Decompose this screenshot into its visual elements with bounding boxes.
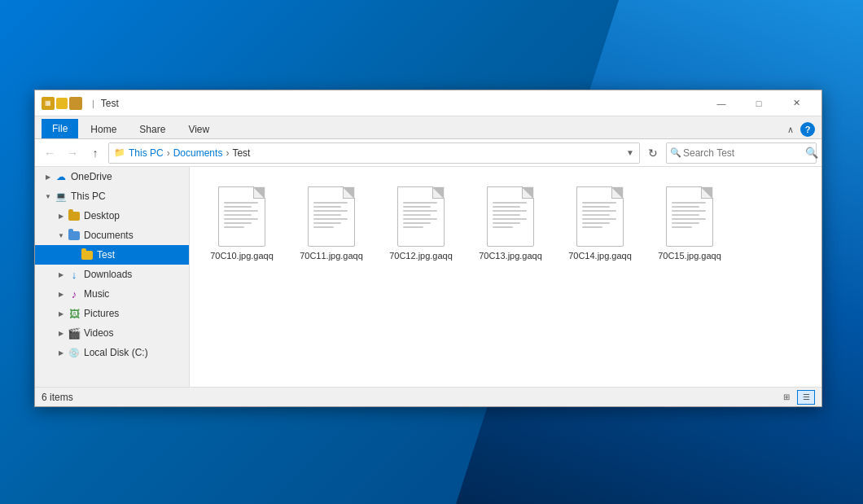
minimize-button[interactable]: — xyxy=(703,90,740,116)
window-title: Test xyxy=(101,98,703,109)
search-input[interactable] xyxy=(683,147,805,159)
search-submit-icon[interactable]: 🔍 xyxy=(805,147,818,159)
sidebar-label-music: Music xyxy=(84,288,109,300)
doc-lines-5 xyxy=(672,202,706,230)
title-bar-icons: ▦ xyxy=(42,97,82,110)
sidebar-label-localdisk: Local Disk (C:) xyxy=(84,347,148,358)
file-name-4: 70C14.jpg.gaqq xyxy=(568,250,632,261)
sidebar-label-test: Test xyxy=(97,249,115,261)
sidebar-item-thispc[interactable]: ▼ 💻 This PC xyxy=(35,186,189,206)
toggle-test xyxy=(68,248,81,261)
refresh-button[interactable]: ↻ xyxy=(643,143,663,163)
ribbon-collapse-button[interactable]: ∧ xyxy=(784,123,797,137)
breadcrumb-documents[interactable]: Documents xyxy=(173,147,223,159)
back-button[interactable]: ← xyxy=(40,143,59,163)
doc-lines-4 xyxy=(582,202,616,230)
breadcrumb-dropdown-icon[interactable]: ▼ xyxy=(626,148,634,157)
search-box: 🔍 🔍 xyxy=(666,142,817,164)
toggle-onedrive[interactable]: ▶ xyxy=(42,170,55,183)
file-item-4[interactable]: 70C14.jpg.gaqq xyxy=(559,178,641,266)
sidebar-item-downloads[interactable]: ▶ ↓ Downloads xyxy=(35,265,189,284)
toggle-documents[interactable]: ▼ xyxy=(55,229,68,242)
file-name-2: 70C12.jpg.gaqq xyxy=(389,250,453,261)
desktop-folder-icon xyxy=(68,209,81,222)
toggle-pictures[interactable]: ▶ xyxy=(55,307,68,320)
file-doc-icon-2 xyxy=(397,186,445,247)
sidebar-item-videos[interactable]: ▶ 🎬 Videos xyxy=(35,323,189,343)
test-folder-icon xyxy=(81,248,94,261)
pc-icon: 💻 xyxy=(55,190,68,203)
maximize-button[interactable]: □ xyxy=(740,90,778,116)
doc-lines-1 xyxy=(313,202,348,230)
title-bar: ▦ | Test — □ ✕ xyxy=(35,90,821,116)
separator: | xyxy=(92,99,94,108)
sidebar-label-pictures: Pictures xyxy=(84,308,119,319)
file-item-2[interactable]: 70C12.jpg.gaqq xyxy=(380,178,462,266)
help-button[interactable]: ? xyxy=(800,122,815,137)
view-toggle: ⊞ ☰ xyxy=(778,390,815,405)
toggle-downloads[interactable]: ▶ xyxy=(55,268,68,281)
sidebar-item-test[interactable]: Test xyxy=(35,245,189,265)
doc-lines-0 xyxy=(224,202,258,230)
forward-button[interactable]: → xyxy=(63,143,82,163)
toggle-desktop[interactable]: ▶ xyxy=(55,209,68,222)
window-controls: — □ ✕ xyxy=(703,90,815,116)
breadcrumb-bar[interactable]: 📁 This PC › Documents › Test ▼ xyxy=(108,142,640,164)
file-name-0: 70C10.jpg.gaqq xyxy=(210,250,274,261)
ribbon-right: ∧ ? xyxy=(784,122,815,138)
sidebar: ▶ ☁ OneDrive ▼ 💻 This PC ▶ Desktop ▼ xyxy=(35,167,190,387)
file-doc-icon-1 xyxy=(308,186,355,247)
sidebar-label-onedrive: OneDrive xyxy=(71,171,112,182)
file-doc-icon-4 xyxy=(576,186,624,247)
breadcrumb-sep1: › xyxy=(167,147,170,159)
grid-view-button[interactable]: ⊞ xyxy=(778,390,795,405)
list-view-button[interactable]: ☰ xyxy=(797,390,815,405)
sidebar-item-pictures[interactable]: ▶ 🖼 Pictures xyxy=(35,304,189,323)
item-count: 6 items xyxy=(42,392,73,403)
sidebar-item-localdisk[interactable]: ▶ 💿 Local Disk (C:) xyxy=(35,343,189,362)
file-item-1[interactable]: 70C11.jpg.gaqq xyxy=(291,178,372,266)
tab-home[interactable]: Home xyxy=(80,120,127,138)
sidebar-label-desktop: Desktop xyxy=(84,210,120,221)
file-name-3: 70C13.jpg.gaqq xyxy=(479,250,542,261)
pictures-icon: 🖼 xyxy=(68,307,81,320)
search-prefix-icon: 🔍 xyxy=(670,147,681,158)
sidebar-item-music[interactable]: ▶ ♪ Music xyxy=(35,284,189,304)
ribbon-tabs: File Home Share View ∧ ? xyxy=(35,116,821,139)
toggle-music[interactable]: ▶ xyxy=(55,287,68,300)
up-button[interactable]: ↑ xyxy=(85,143,105,163)
file-name-5: 70C15.jpg.gaqq xyxy=(658,250,721,261)
sidebar-label-documents: Documents xyxy=(84,230,134,241)
toggle-videos[interactable]: ▶ xyxy=(55,327,68,340)
toggle-thispc[interactable]: ▼ xyxy=(42,190,55,203)
sidebar-item-onedrive[interactable]: ▶ ☁ OneDrive xyxy=(35,167,189,186)
music-icon: ♪ xyxy=(68,287,81,300)
file-item-5[interactable]: 70C15.jpg.gaqq xyxy=(649,178,730,266)
breadcrumb-thispc[interactable]: This PC xyxy=(129,147,164,159)
toggle-localdisk[interactable]: ▶ xyxy=(55,346,68,359)
address-bar: ← → ↑ 📁 This PC › Documents › Test ▼ ↻ 🔍… xyxy=(35,139,821,167)
sidebar-item-documents[interactable]: ▼ Documents xyxy=(35,226,189,245)
tab-view[interactable]: View xyxy=(177,120,220,138)
file-doc-icon-5 xyxy=(666,186,713,247)
documents-folder-icon xyxy=(68,229,81,242)
tab-share[interactable]: Share xyxy=(129,120,176,138)
file-item-0[interactable]: 70C10.jpg.gaqq xyxy=(201,178,283,266)
sidebar-label-downloads: Downloads xyxy=(84,269,132,280)
quick-access-icon xyxy=(56,98,68,109)
pin-icon xyxy=(69,97,82,110)
files-grid: 70C10.jpg.gaqq 70C xyxy=(198,175,813,270)
breadcrumb-folder-icon: 📁 xyxy=(114,147,125,158)
close-button[interactable]: ✕ xyxy=(778,90,815,116)
videos-icon: 🎬 xyxy=(68,327,81,340)
content-area: 70C10.jpg.gaqq 70C xyxy=(190,167,821,387)
file-item-3[interactable]: 70C13.jpg.gaqq xyxy=(470,178,551,266)
sidebar-label-thispc: This PC xyxy=(71,191,106,202)
sidebar-item-desktop[interactable]: ▶ Desktop xyxy=(35,206,189,226)
doc-lines-2 xyxy=(403,202,437,230)
file-name-1: 70C11.jpg.gaqq xyxy=(300,250,363,261)
disk-icon: 💿 xyxy=(68,346,81,359)
tab-file[interactable]: File xyxy=(42,119,78,138)
onedrive-icon: ☁ xyxy=(55,170,68,183)
folder-icon-titlebar: ▦ xyxy=(42,97,55,110)
